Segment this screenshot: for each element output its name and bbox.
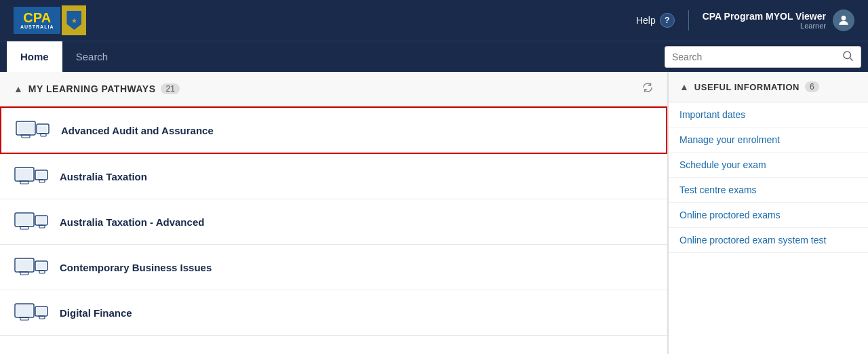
useful-link-0[interactable]: Important dates: [669, 102, 868, 127]
shield-logo: ★: [62, 5, 86, 35]
main-content: ▲ MY LEARNING PATHWAYS 21: [0, 72, 868, 354]
svg-rect-14: [37, 172, 46, 178]
user-role: Learner: [703, 22, 826, 30]
search-input[interactable]: [672, 52, 842, 62]
useful-link-1[interactable]: Manage your enrolment: [669, 127, 868, 153]
header-right: Help ? CPA Program MYOL Viewer Learner: [636, 9, 854, 31]
left-panel: ▲ MY LEARNING PATHWAYS 21: [0, 72, 668, 354]
toggle-icon[interactable]: ▲: [14, 83, 23, 94]
help-section: Help ?: [636, 13, 675, 28]
nav-home[interactable]: Home: [7, 41, 62, 72]
user-avatar[interactable]: [833, 9, 854, 31]
svg-rect-6: [38, 125, 47, 132]
useful-title: USEFUL INFORMATION: [694, 82, 800, 92]
search-nav-label: Search: [76, 51, 108, 62]
shield-inner: ★: [66, 11, 81, 30]
section-count: 21: [161, 83, 179, 94]
item-title-2: Australia Taxation - Advanced: [60, 216, 204, 228]
refresh-icon[interactable]: [642, 81, 654, 96]
learning-item-4[interactable]: Digital Finance: [0, 290, 667, 336]
svg-rect-36: [16, 305, 33, 316]
svg-rect-12: [16, 169, 33, 180]
item-title-1: Australia Taxation: [60, 171, 147, 182]
svg-rect-4: [18, 123, 34, 134]
section-header: ▲ MY LEARNING PATHWAYS 21: [0, 72, 667, 106]
item-title-4: Digital Finance: [60, 307, 132, 319]
svg-rect-38: [37, 308, 46, 315]
divider: [688, 10, 689, 31]
section-title: MY LEARNING PATHWAYS: [28, 83, 156, 94]
useful-header: ▲ USEFUL INFORMATION 6: [669, 72, 868, 102]
search-box: [665, 46, 861, 68]
search-icon-button[interactable]: [842, 50, 854, 64]
item-icon-2: [14, 209, 49, 235]
learning-item-1[interactable]: Australia Taxation: [0, 154, 667, 199]
item-icon-1: [14, 163, 49, 189]
item-icon-0: [15, 117, 50, 143]
user-info: CPA Program MYOL Viewer Learner: [703, 11, 826, 30]
home-label: Home: [20, 51, 49, 62]
svg-rect-30: [37, 262, 46, 269]
nav-search[interactable]: Search: [62, 41, 122, 72]
svg-rect-20: [16, 214, 33, 225]
user-section: CPA Program MYOL Viewer Learner: [703, 9, 854, 31]
logo: CPA AUSTRALIA ★: [14, 5, 86, 35]
useful-count: 6: [805, 81, 819, 92]
svg-line-2: [850, 58, 853, 60]
svg-point-0: [842, 16, 846, 20]
useful-link-5[interactable]: Online proctored exam system test: [669, 228, 868, 253]
cpa-logo: CPA AUSTRALIA: [14, 7, 60, 34]
help-icon[interactable]: ?: [660, 13, 675, 28]
nav-left: Home Search: [7, 41, 121, 72]
useful-toggle-icon[interactable]: ▲: [679, 81, 689, 92]
item-title-0: Advanced Audit and Assurance: [61, 125, 214, 136]
svg-rect-22: [37, 217, 46, 224]
svg-point-1: [844, 52, 851, 59]
learning-item-0[interactable]: Advanced Audit and Assurance: [0, 106, 667, 154]
learning-item-3[interactable]: Contemporary Business Issues: [0, 245, 667, 290]
learning-item-2[interactable]: Australia Taxation - Advanced: [0, 199, 667, 245]
help-label: Help: [636, 15, 656, 26]
useful-link-3[interactable]: Test centre exams: [669, 178, 868, 203]
svg-rect-28: [16, 260, 33, 271]
header: CPA AUSTRALIA ★ Help ? CPA Program MYOL …: [0, 0, 868, 41]
useful-link-4[interactable]: Online proctored exams: [669, 203, 868, 228]
item-title-3: Contemporary Business Issues: [60, 262, 212, 273]
australia-text: AUSTRALIA: [20, 24, 54, 30]
user-name: CPA Program MYOL Viewer: [703, 11, 826, 22]
item-icon-3: [14, 254, 49, 280]
right-panel: ▲ USEFUL INFORMATION 6 Important dates M…: [668, 72, 868, 354]
header-left: CPA AUSTRALIA ★: [14, 5, 100, 35]
item-icon-4: [14, 300, 49, 326]
shield-star: ★: [71, 17, 77, 24]
navbar: Home Search: [0, 41, 868, 72]
useful-link-2[interactable]: Schedule your exam: [669, 153, 868, 178]
